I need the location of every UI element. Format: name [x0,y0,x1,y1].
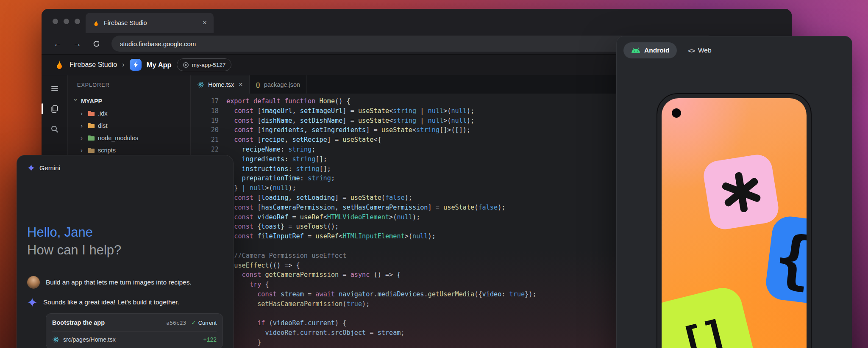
chevron-right-icon: › [81,134,85,141]
gemini-panel: Gemini Hello, Jane How can I help? Build… [17,155,234,348]
back-icon[interactable]: ← [53,39,62,48]
breadcrumb-chevron-icon: › [122,61,125,69]
menu-button[interactable] [42,81,67,96]
chat-message-text: Sounds like a great idea! Let's build it… [43,298,179,306]
browser-tab[interactable]: Firebase Studio × [86,13,214,33]
firebase-logo-icon [54,60,64,70]
app-id-label: my-app-5127 [192,62,226,68]
line-number: 20 [191,125,219,135]
greeting-line-1: Hello, Jane [27,224,223,241]
greeting-line-2: How can I help? [27,241,223,259]
app-name[interactable]: My App [147,61,172,69]
window-close-button[interactable] [53,19,58,24]
toggle-android[interactable]: Android [623,42,677,58]
explorer-item-label: .idx [98,110,108,117]
gemini-title: Gemini [39,164,60,172]
app-id-icon [183,62,189,68]
lime-bracket-shape: [] [662,284,760,348]
bootstrap-card-header: Bootstrap the app a56c23 ✓ Current [52,319,217,326]
phone-mockup: { [] [657,93,812,348]
editor-tab-label: package.json [264,81,300,88]
hamburger-icon [50,84,59,93]
bracket-glyph: [] [676,314,729,348]
file-tree: › MYAPP ›.idx›dist›node_modules›scripts [68,95,190,156]
folder-icon [88,123,95,129]
react-icon [52,336,59,343]
gemini-star-icon [27,164,35,172]
editor-tab-home-tsx[interactable]: Home.tsx × [191,75,250,94]
window-minimize-button[interactable] [64,19,69,24]
phone-camera-dot [672,108,681,118]
refresh-icon[interactable] [92,40,100,48]
explorer-item-scripts[interactable]: ›scripts [68,144,190,156]
chevron-right-icon: › [81,122,85,129]
explorer-tree-items: ›.idx›dist›node_modules›scripts [68,107,190,156]
tab-close-icon[interactable]: × [203,19,207,27]
diff-added-count: +122 [203,336,217,343]
blue-brace-shape: { [764,215,807,308]
app-id-badge[interactable]: my-app-5127 [177,58,232,71]
asterisk-icon [715,166,768,218]
folder-icon [88,110,95,116]
app-preview-screen[interactable]: { [] [662,98,807,348]
toggle-web-label: Web [698,47,712,54]
chat-message-text: Build an app that lets me turn images in… [46,279,192,286]
commit-hash: a56c23 [166,320,186,326]
explorer-item-label: node_modules [98,135,138,141]
changed-file-path: src/pages/Home.tsx [63,336,199,343]
json-icon: {} [256,81,260,88]
explorer-view-button[interactable] [42,102,67,116]
line-number: 17 [191,97,219,106]
react-icon [197,81,204,88]
search-view-button[interactable] [42,122,67,136]
chat-message-user: Build an app that lets me turn images in… [27,276,223,289]
toggle-android-label: Android [644,47,669,54]
window-controls [53,19,80,24]
explorer-item-label: scripts [98,147,116,154]
app-prototype-icon [130,59,142,71]
toggle-web[interactable]: <> Web [688,47,711,54]
current-badge: Current [198,320,217,326]
check-icon: ✓ [191,319,196,326]
window-maximize-button[interactable] [75,19,80,24]
editor-tab-package-json[interactable]: {} package.json [250,75,307,94]
tab-close-icon[interactable]: × [239,81,242,88]
chevron-right-icon: › [81,146,85,154]
explorer-title: EXPLORER [68,82,190,88]
browser-titlebar: Firebase Studio × [42,9,792,33]
chevron-down-icon: › [72,99,80,103]
explorer-item-node_modules[interactable]: ›node_modules [68,132,190,144]
chevron-right-icon: › [81,110,85,117]
bootstrap-card[interactable]: Bootstrap the app a56c23 ✓ Current src/p… [46,313,223,348]
desktop-background: Firebase Studio × ← → studio.firebase.go… [0,0,868,348]
product-name[interactable]: Firebase Studio [70,61,117,69]
android-icon [631,47,640,53]
search-icon [50,125,59,133]
explorer-item-.idx[interactable]: ›.idx [68,107,190,119]
changed-file-row[interactable]: src/pages/Home.tsx +122 [52,336,217,343]
browser-tab-title: Firebase Studio [104,19,198,26]
explorer-item-dist[interactable]: ›dist [68,119,190,132]
explorer-root-folder[interactable]: › MYAPP [68,95,190,107]
line-number: 19 [191,116,219,126]
editor-tab-label: Home.tsx [208,81,234,88]
pink-asterisk-shape [701,152,780,231]
user-avatar [27,276,40,289]
line-number: 21 [191,135,219,145]
device-preview-panel: Android <> Web [616,36,852,348]
files-icon [50,105,59,113]
chat-message-gemini: Sounds like a great idea! Let's build it… [27,297,223,307]
line-number: 22 [191,145,219,155]
line-number: 18 [191,106,219,116]
brace-glyph: { [771,226,807,293]
forward-icon[interactable]: → [73,39,81,48]
bootstrap-card-title: Bootstrap the app [52,319,166,326]
code-brackets-icon: <> [688,47,695,54]
url-text: studio.firebase.google.com [120,40,196,47]
preview-target-toggle: Android <> Web [623,42,712,58]
folder-icon [88,135,95,141]
firebase-favicon [92,19,100,27]
gemini-header: Gemini [27,164,223,172]
gemini-greeting: Hello, Jane How can I help? [27,224,223,259]
card-divider [52,331,217,331]
